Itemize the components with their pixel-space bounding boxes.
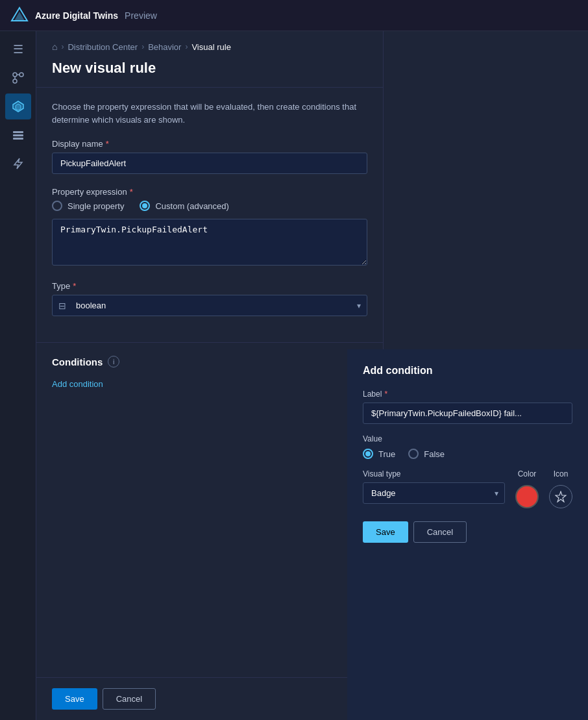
radio-btn-true[interactable]	[363, 449, 373, 459]
breadcrumb-home[interactable]: ⌂	[52, 42, 57, 52]
form-description: Choose the property expression that will…	[52, 101, 367, 126]
visual-type-select[interactable]: Badge Color	[363, 482, 505, 504]
panel-buttons: Save Cancel	[363, 521, 572, 543]
svg-point-4	[13, 79, 17, 83]
radio-true[interactable]: True	[363, 449, 395, 459]
radio-btn-single[interactable]	[52, 201, 62, 211]
cancel-button[interactable]: Cancel	[103, 688, 156, 710]
svg-marker-12	[14, 158, 22, 169]
display-name-input[interactable]	[52, 153, 367, 174]
icon-selector[interactable]	[549, 485, 572, 508]
radio-false[interactable]: False	[408, 449, 445, 459]
app-logo	[10, 6, 29, 25]
color-group: Color	[515, 469, 539, 508]
display-name-group: Display name *	[52, 139, 367, 174]
color-col-label: Color	[518, 469, 537, 478]
type-select-wrapper: ⊟ boolean string number ▾	[52, 295, 367, 316]
radio-btn-false[interactable]	[408, 449, 419, 459]
svg-rect-11	[13, 138, 23, 140]
sidebar-item-branch[interactable]	[5, 65, 31, 91]
required-star-3: *	[73, 281, 76, 291]
sidebar-item-graph[interactable]	[5, 93, 31, 119]
svg-marker-8	[16, 104, 21, 110]
topbar: Azure Digital Twins Preview	[0, 0, 588, 31]
type-label: Type *	[52, 281, 367, 291]
type-group: Type * ⊟ boolean string number ▾	[52, 281, 367, 316]
conditions-section: Conditions i Add condition	[36, 342, 383, 403]
type-icon: ⊟	[58, 301, 66, 311]
svg-point-3	[19, 73, 23, 77]
panel-title: Add condition	[363, 365, 572, 377]
conditions-header: Conditions i	[52, 356, 367, 367]
breadcrumb-current: Visual rule	[191, 42, 230, 52]
breadcrumb-distribution-center[interactable]: Distribution Center	[67, 42, 138, 52]
visual-type-group: Visual type Badge Color ▾	[363, 469, 505, 504]
required-star: *	[106, 139, 109, 149]
icon-col-label: Icon	[554, 469, 569, 478]
sidebar-item-menu[interactable]: ☰	[5, 36, 31, 62]
conditions-title: Conditions	[52, 356, 103, 367]
bottom-buttons: Save Cancel	[36, 677, 384, 720]
visual-type-row: Visual type Badge Color ▾ Color Icon	[363, 469, 572, 508]
content-area: ⌂ › Distribution Center › Behavior › Vis…	[36, 31, 588, 720]
visual-type-select-wrapper: Badge Color ▾	[363, 482, 505, 504]
panel-required-star: *	[384, 390, 387, 399]
svg-point-2	[13, 73, 17, 77]
required-star-2: *	[130, 187, 133, 197]
radio-single-property[interactable]: Single property	[52, 201, 124, 211]
expression-textarea[interactable]: PrimaryTwin.PickupFailedAlert	[52, 219, 367, 266]
visual-type-col-label: Visual type	[363, 469, 505, 478]
display-name-label: Display name *	[52, 139, 367, 149]
condition-label-input[interactable]	[363, 403, 572, 424]
icon-group: Icon	[549, 469, 572, 508]
breadcrumb-sep-1: ›	[61, 42, 64, 51]
condition-save-button[interactable]: Save	[363, 521, 408, 543]
main-layout: ☰	[0, 31, 588, 720]
breadcrumb-sep-3: ›	[185, 42, 188, 51]
property-expression-group: Property expression * Single property Cu…	[52, 187, 367, 268]
radio-group: Single property Custom (advanced)	[52, 201, 367, 211]
condition-cancel-button[interactable]: Cancel	[413, 521, 467, 543]
svg-rect-10	[13, 134, 23, 136]
sidebar-item-layers[interactable]	[5, 122, 31, 148]
panel-label-label: Label *	[363, 390, 572, 399]
main-panel: ⌂ › Distribution Center › Behavior › Vis…	[36, 31, 384, 720]
conditions-info-icon[interactable]: i	[108, 356, 119, 367]
save-button[interactable]: Save	[52, 688, 97, 710]
sidebar-item-bolt[interactable]	[5, 151, 31, 177]
value-label: Value	[363, 434, 572, 443]
add-condition-panel: Add condition Label * Value True False	[347, 349, 588, 720]
breadcrumb: ⌂ › Distribution Center › Behavior › Vis…	[36, 31, 383, 60]
add-condition-link[interactable]: Add condition	[52, 379, 103, 389]
breadcrumb-sep-2: ›	[141, 42, 144, 51]
app-subtitle: Preview	[125, 10, 157, 21]
svg-rect-9	[13, 131, 23, 133]
radio-custom-advanced[interactable]: Custom (advanced)	[140, 201, 228, 211]
type-select[interactable]: boolean string number	[52, 295, 367, 316]
breadcrumb-behavior[interactable]: Behavior	[148, 42, 181, 52]
app-title: Azure Digital Twins	[35, 10, 118, 21]
page-title: New visual rule	[36, 60, 383, 87]
radio-btn-custom[interactable]	[140, 201, 150, 211]
color-picker[interactable]	[515, 485, 539, 508]
property-expression-label: Property expression *	[52, 187, 367, 197]
sidebar: ☰	[0, 31, 36, 720]
value-radio-row: True False	[363, 449, 572, 459]
form-section: Choose the property expression that will…	[36, 87, 383, 342]
svg-marker-13	[556, 491, 566, 502]
